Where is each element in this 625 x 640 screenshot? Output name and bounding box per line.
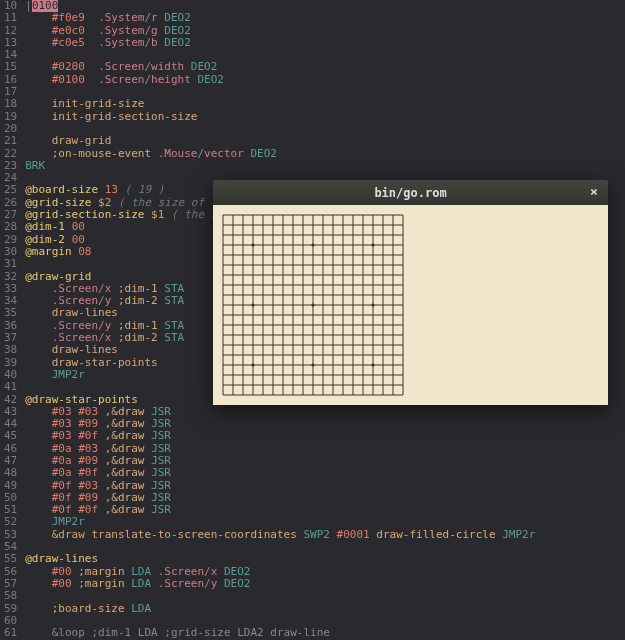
code-line[interactable]: init-grid-section-size — [25, 111, 625, 123]
code-line[interactable]: ;on-mouse-event .Mouse/vector DEO2 — [25, 148, 625, 160]
svg-point-40 — [251, 363, 254, 366]
svg-point-44 — [371, 243, 374, 246]
code-line[interactable]: ;board-size LDA — [25, 603, 625, 615]
rom-window: bin/go.rom × — [213, 180, 608, 405]
go-board-canvas[interactable] — [213, 205, 608, 405]
svg-point-45 — [371, 303, 374, 306]
svg-point-43 — [311, 363, 314, 366]
code-line[interactable]: #0100 .Screen/height DEO2 — [25, 74, 625, 86]
close-icon[interactable]: × — [586, 184, 602, 200]
code-line[interactable]: #c0e5 .System/b DEO2 — [25, 37, 625, 49]
code-line[interactable]: &loop ;dim-1 LDA ;grid-size LDA2 draw-li… — [25, 627, 625, 639]
titlebar[interactable]: bin/go.rom × — [213, 180, 608, 205]
line-number-gutter: 1011121314151617181920212223242526272829… — [0, 0, 25, 639]
code-line[interactable]: &draw translate-to-screen-coordinates SW… — [25, 529, 625, 541]
code-line[interactable]: BRK — [25, 160, 625, 172]
code-line[interactable]: #00 ;margin LDA .Screen/y DEO2 — [25, 578, 625, 590]
svg-point-42 — [311, 303, 314, 306]
code-line[interactable]: #0f #0f ,&draw JSR — [25, 504, 625, 516]
svg-point-46 — [371, 363, 374, 366]
code-line[interactable] — [25, 541, 625, 553]
window-title: bin/go.rom — [213, 186, 608, 200]
code-line[interactable] — [25, 123, 625, 135]
svg-point-41 — [311, 243, 314, 246]
svg-point-39 — [251, 303, 254, 306]
svg-point-38 — [251, 243, 254, 246]
